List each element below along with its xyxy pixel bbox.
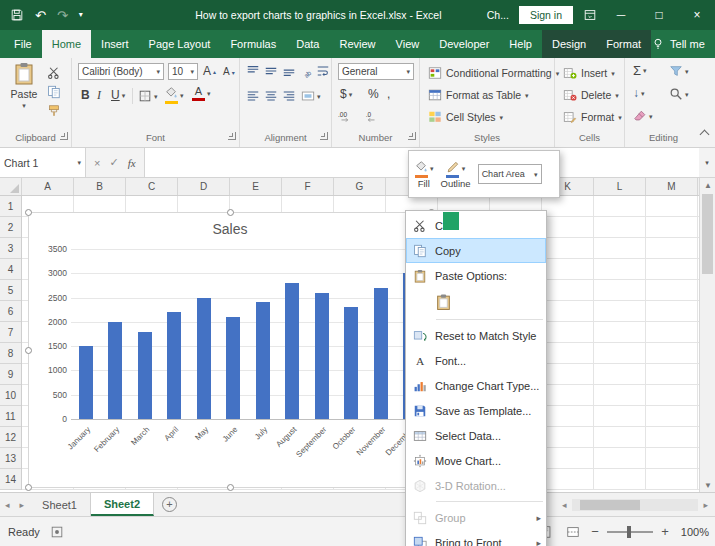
insert-function-icon[interactable]: fx	[128, 157, 136, 169]
row-header-10[interactable]: 10	[0, 385, 21, 406]
format-painter-button[interactable]	[47, 104, 61, 118]
delete-button[interactable]: Delete▾	[563, 86, 619, 104]
page-break-view-button[interactable]	[563, 523, 583, 541]
bar-february[interactable]	[108, 322, 122, 419]
sign-in-button[interactable]: Sign in	[519, 6, 573, 24]
save-icon[interactable]	[10, 8, 24, 22]
row-header-8[interactable]: 8	[0, 343, 21, 364]
menu-item-select-data[interactable]: Select Data...	[406, 423, 546, 448]
row-header-9[interactable]: 9	[0, 364, 21, 385]
bar-january[interactable]	[79, 346, 93, 419]
vertical-scrollbar[interactable]: ▲ ▼	[699, 178, 715, 492]
number-dialog-launcher[interactable]	[408, 132, 416, 140]
cell-styles-button[interactable]: Cell Styles▾	[428, 108, 503, 126]
formula-bar-expand-icon[interactable]: ▾	[699, 148, 715, 177]
copy-button[interactable]	[47, 85, 61, 99]
cut-button[interactable]	[47, 66, 61, 80]
decrease-decimal-button[interactable]: .0	[364, 109, 378, 123]
chart-handle[interactable]	[227, 209, 234, 216]
underline-button[interactable]: U▾	[111, 89, 125, 101]
menu-item-copy[interactable]: Copy	[406, 238, 546, 263]
column-header-m[interactable]: M	[646, 178, 698, 195]
align-middle-button[interactable]	[264, 64, 278, 78]
sales-chart[interactable]: Sales 0500100015002000250030003500Januar…	[28, 212, 432, 488]
orientation-button[interactable]: ab	[301, 64, 315, 78]
percent-style-button[interactable]: %	[368, 88, 379, 100]
bar-september[interactable]	[315, 293, 329, 419]
ribbon-tab-file[interactable]: File	[4, 30, 42, 58]
undo-icon[interactable]: ↶	[35, 9, 46, 22]
bar-may[interactable]	[197, 298, 211, 419]
outline-tool-button[interactable]: ▾ Outline	[441, 160, 471, 189]
chart-handle[interactable]	[25, 484, 32, 491]
ribbon-tab-formulas[interactable]: Formulas	[220, 30, 286, 58]
bar-june[interactable]	[226, 317, 240, 419]
bar-march[interactable]	[138, 332, 152, 419]
clipboard-dialog-launcher[interactable]	[60, 132, 68, 140]
ribbon-tab-format[interactable]: Format	[596, 30, 651, 58]
borders-button[interactable]: ▾	[138, 89, 158, 103]
insert-button[interactable]: Insert▾	[563, 64, 615, 82]
row-header-3[interactable]: 3	[0, 238, 21, 259]
clear-button[interactable]: ▾	[633, 109, 653, 123]
qat-customize-icon[interactable]: ▾	[79, 11, 83, 19]
menu-item-font[interactable]: AFont...	[406, 348, 546, 373]
font-dialog-launcher[interactable]	[228, 132, 236, 140]
ribbon-tab-developer[interactable]: Developer	[429, 30, 499, 58]
ribbon-tab-page-layout[interactable]: Page Layout	[139, 30, 221, 58]
scroll-up-icon[interactable]: ▲	[700, 178, 715, 192]
fill-color-button[interactable]: ▾	[164, 86, 184, 104]
macro-record-icon[interactable]	[50, 525, 64, 539]
paste-option-button[interactable]	[406, 288, 546, 316]
bar-october[interactable]	[344, 307, 358, 419]
row-header-6[interactable]: 6	[0, 301, 21, 322]
menu-item-reset-to-match-style[interactable]: Reset to Match Style	[406, 323, 546, 348]
row-header-13[interactable]: 13	[0, 448, 21, 469]
ribbon-tab-design[interactable]: Design	[542, 30, 596, 58]
sheet-tab-sheet2[interactable]: Sheet2	[91, 493, 154, 516]
font-name-combo[interactable]: Calibri (Body) ▾	[78, 63, 164, 80]
column-header-c[interactable]: C	[126, 178, 178, 195]
menu-item-cut[interactable]: Cut	[406, 213, 546, 238]
ribbon-tab-insert[interactable]: Insert	[91, 30, 139, 58]
conditional-formatting-button[interactable]: Conditional Formatting▾	[428, 64, 559, 82]
close-button[interactable]: ×	[683, 0, 711, 30]
name-box[interactable]: Chart 1 ▾	[0, 148, 86, 177]
scroll-down-icon[interactable]: ▼	[700, 478, 715, 492]
select-all-corner[interactable]	[0, 178, 22, 195]
align-center-button[interactable]	[264, 89, 278, 103]
column-header-g[interactable]: G	[334, 178, 386, 195]
minimize-button[interactable]: ─	[607, 0, 635, 30]
accounting-format-button[interactable]: $▾	[340, 88, 352, 100]
comma-style-button[interactable]: ,	[387, 88, 390, 100]
align-top-button[interactable]	[246, 64, 260, 78]
ribbon-tab-review[interactable]: Review	[329, 30, 385, 58]
horizontal-scroll-thumb[interactable]	[580, 500, 640, 510]
row-header-4[interactable]: 4	[0, 259, 21, 280]
row-header-2[interactable]: 2	[0, 217, 21, 238]
format-as-table-button[interactable]: Format as Table▾	[428, 86, 529, 104]
sheet-nav-right-icon[interactable]: ▸	[15, 493, 30, 516]
horizontal-scrollbar[interactable]: ◂ ▸	[557, 493, 715, 516]
increase-font-size-button[interactable]: A▴	[203, 65, 216, 77]
row-header-11[interactable]: 11	[0, 406, 21, 427]
format-button[interactable]: Format▾	[563, 108, 622, 126]
row-header-14[interactable]: 14	[0, 469, 21, 490]
bar-april[interactable]	[167, 312, 181, 419]
chart-element-selector[interactable]: Chart Area ▾	[478, 164, 542, 184]
menu-item-move-chart[interactable]: Move Chart...	[406, 448, 546, 473]
redo-icon[interactable]: ↷	[57, 9, 68, 22]
align-left-button[interactable]	[246, 89, 260, 103]
fill-tool-button[interactable]: ▾ Fill	[414, 160, 434, 189]
menu-item-change-chart-type[interactable]: Change Chart Type...	[406, 373, 546, 398]
maximize-button[interactable]: □	[645, 0, 673, 30]
italic-button[interactable]: I	[97, 89, 101, 101]
zoom-level-label[interactable]: 100%	[677, 526, 709, 538]
find-select-button[interactable]: ▾	[669, 87, 689, 101]
alignment-dialog-launcher[interactable]	[320, 132, 328, 140]
bar-july[interactable]	[256, 302, 270, 419]
font-color-button[interactable]: A ▾	[192, 86, 211, 101]
zoom-in-button[interactable]: +	[660, 524, 670, 539]
ribbon-tab-data[interactable]: Data	[286, 30, 329, 58]
bar-august[interactable]	[285, 283, 299, 419]
